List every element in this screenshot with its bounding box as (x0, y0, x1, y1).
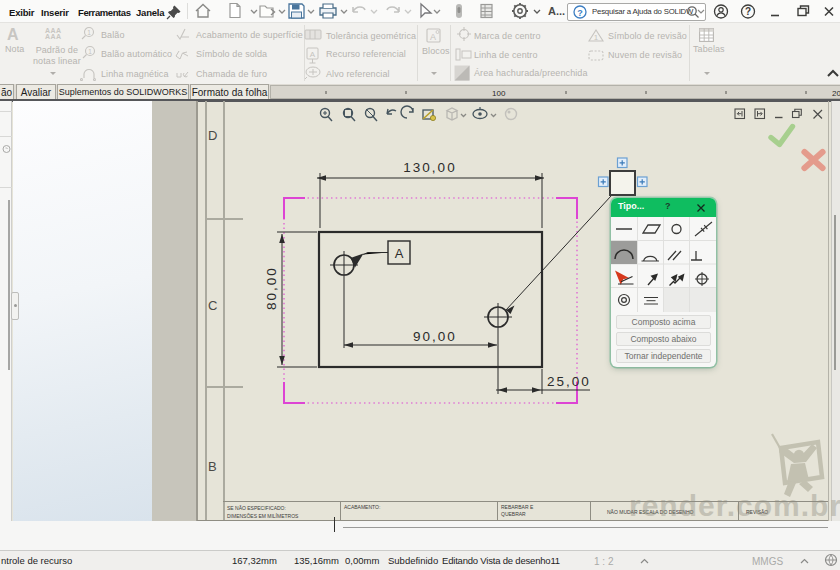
svg-text:20: 20 (832, 89, 840, 98)
svg-text:25,00: 25,00 (547, 374, 591, 389)
svg-text:130,00: 130,00 (403, 160, 456, 175)
svg-text:A: A (395, 246, 404, 261)
svg-text:90,00: 90,00 (413, 329, 457, 344)
svg-text:A...: A... (548, 5, 565, 17)
svg-text:100: 100 (492, 89, 506, 98)
svg-text:A: A (430, 32, 436, 42)
svg-text:1: 1 (88, 48, 92, 55)
svg-text:1: 1 (87, 29, 91, 36)
svg-text:A: A (310, 50, 316, 59)
svg-text:80,00: 80,00 (264, 266, 279, 310)
svg-text:?: ? (745, 6, 751, 17)
svg-text:1: 1 (594, 33, 599, 42)
svg-text:?: ? (577, 8, 583, 18)
